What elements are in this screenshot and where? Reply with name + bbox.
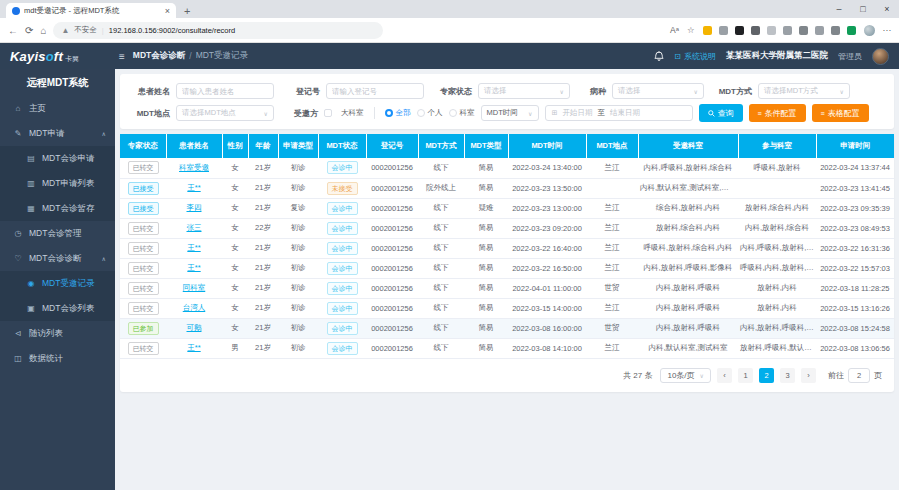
extension-refresh-icon[interactable] (799, 26, 808, 35)
extension-copy-icon[interactable] (719, 26, 728, 35)
sidebar-item[interactable]: ▣MDT会诊列表 (0, 296, 115, 321)
system-help-link[interactable]: ⊡ 系统说明 (674, 51, 716, 62)
window-close-button[interactable]: × (875, 0, 899, 18)
mdt-place-cell: 兰江 (586, 218, 638, 238)
browser-profile-avatar[interactable] (864, 25, 875, 36)
notification-bell-icon[interactable] (654, 51, 664, 62)
sidebar-item-label: 主页 (29, 103, 46, 115)
page-size-select[interactable]: 10条/页∨ (660, 368, 711, 383)
patient-name-link[interactable]: 张三 (187, 223, 202, 232)
window-minimize-button[interactable]: – (827, 0, 851, 18)
sidebar-item[interactable]: ◫数据统计 (0, 346, 115, 371)
table-row[interactable]: 已转交 同科室 女 21岁 初诊 会诊中 0002001256 线下 简易 20… (120, 278, 894, 298)
user-avatar[interactable] (872, 48, 889, 65)
sidebar-item[interactable]: ▦MDT会诊暂存 (0, 196, 115, 221)
patient-name-link[interactable]: 科室受邀 (179, 163, 209, 172)
next-page-button[interactable]: › (801, 368, 816, 383)
sidebar-item[interactable]: ▤MDT会诊申请 (0, 146, 115, 171)
disease-select[interactable]: 请选择∨ (612, 83, 704, 99)
time-type-select[interactable]: MDT时间∨ (481, 105, 539, 121)
patient-name-link[interactable]: 王** (187, 243, 200, 252)
date-range-picker[interactable]: ⊞ 开始日期 至 结束日期 (545, 105, 693, 121)
patient-name-link[interactable]: 王** (187, 263, 200, 272)
radio-personal[interactable]: 个人 (417, 108, 443, 118)
register-no-input[interactable] (326, 83, 424, 99)
table-config-button[interactable]: ≡ 表格配置 (812, 104, 869, 122)
extension-split-icon[interactable] (815, 26, 824, 35)
patient-name-link[interactable]: 王** (187, 183, 200, 192)
radio-dept[interactable]: 科室 (449, 108, 475, 118)
table-row[interactable]: 已接受 王** 女 21岁 初诊 未接受 0002001256 院外线上 简易 … (120, 178, 894, 198)
goto-page-input[interactable] (848, 368, 870, 383)
search-button[interactable]: 查询 (699, 104, 743, 122)
sidebar-item[interactable]: ◉MDT受邀记录 (0, 271, 115, 296)
extension-colored-icon[interactable] (703, 26, 712, 35)
patient-name-input[interactable] (176, 83, 274, 99)
expert-status-badge: 已转交 (128, 262, 159, 275)
page-button-2[interactable]: 2 (759, 368, 774, 383)
mdt-mode-select[interactable]: 请选择MDT方式∨ (758, 83, 850, 99)
sidebar-item[interactable]: ⌂主页 (0, 96, 115, 121)
prev-page-button[interactable]: ‹ (717, 368, 732, 383)
expert-status-select[interactable]: 请选择∨ (478, 83, 570, 99)
extension-light-icon[interactable] (767, 26, 776, 35)
mdt-place-select[interactable]: 请选择MDT地点∨ (176, 105, 274, 121)
invite-record-icon: ◉ (26, 279, 36, 288)
table-row[interactable]: 已转交 王** 女 21岁 初诊 会诊中 0002001256 线下 简易 20… (120, 238, 894, 258)
app-header: Kayisoft 卡翼 ≡ MDT会诊诊断 / MDT受邀记录 ⊡ 系统说明 某… (0, 43, 899, 69)
favorite-star-icon[interactable]: ☆ (687, 25, 695, 35)
register-no-label: 登记号 (280, 86, 320, 97)
window-maximize-button[interactable]: □ (851, 0, 875, 18)
tab-close-icon[interactable]: × (165, 6, 170, 16)
browser-menu-icon[interactable]: ⋯ (883, 25, 892, 35)
mdt-time-cell: 2022-03-23 13:50:00 (508, 178, 586, 198)
table-row[interactable]: 已转交 王** 女 21岁 初诊 会诊中 0002001256 线下 简易 20… (120, 258, 894, 278)
patient-name-link[interactable]: 王** (187, 343, 200, 352)
extension-dark-icon[interactable] (735, 26, 744, 35)
url-field[interactable]: ▲ 不安全 | 192.168.0.156:9002/consultate/re… (53, 22, 383, 39)
sidebar-item-label: 随访列表 (29, 328, 63, 340)
sidebar-item[interactable]: ♡MDT会诊诊断∧ (0, 246, 115, 271)
back-icon[interactable]: ← (8, 25, 18, 36)
table-row[interactable]: 已转交 科室受邀 女 21岁 初诊 会诊中 0002001256 线下 简易 2… (120, 158, 894, 178)
new-tab-button[interactable]: + (184, 5, 190, 18)
mdt-status-badge: 会诊中 (327, 202, 358, 215)
mdt-time-cell: 2022-03-23 13:00:00 (508, 198, 586, 218)
patient-name-link[interactable]: 同科室 (183, 283, 206, 292)
sidebar-collapse-icon[interactable]: ≡ (119, 51, 125, 62)
patient-name-link[interactable]: 李四 (187, 203, 202, 212)
table-row[interactable]: 已转交 台湾人 女 21岁 初诊 会诊中 0002001256 线下 简易 20… (120, 298, 894, 318)
table-row[interactable]: 已接受 李四 女 21岁 复诊 会诊中 0002001256 线下 疑难 202… (120, 198, 894, 218)
read-aloud-icon[interactable]: Aᵃ (670, 25, 679, 35)
register-no-cell: 0002001256 (366, 258, 418, 278)
patient-name-link[interactable]: 可鹅 (187, 323, 202, 332)
browser-tab[interactable]: mdt受邀记录 - 远程MDT系统 × (6, 3, 176, 18)
gender-cell: 女 (222, 318, 248, 338)
apply-time-cell: 2022-03-08 15:24:58 (816, 318, 894, 338)
chevron-down-icon: ∨ (528, 110, 532, 117)
page-button-1[interactable]: 1 (738, 368, 753, 383)
reload-icon[interactable]: ⟳ (25, 25, 33, 36)
table-row[interactable]: 已转交 张三 女 22岁 初诊 会诊中 0002001256 线下 简易 202… (120, 218, 894, 238)
mdt-time-cell: 2022-03-22 16:50:00 (508, 258, 586, 278)
sidebar-item[interactable]: ◷MDT会诊管理 (0, 221, 115, 246)
sidebar-item-label: 数据统计 (29, 353, 63, 365)
mdt-time-cell: 2022-03-08 14:10:00 (508, 338, 586, 358)
patient-name-link[interactable]: 台湾人 (183, 303, 206, 312)
sidebar-item[interactable]: ▥MDT申请列表 (0, 171, 115, 196)
extension-square-icon[interactable] (751, 26, 760, 35)
home-icon[interactable]: ⌂ (40, 25, 46, 36)
extension-audio-icon[interactable] (783, 26, 792, 35)
mdt-status-badge: 会诊中 (327, 242, 358, 255)
extension-green-icon[interactable] (847, 26, 856, 35)
page-button-3[interactable]: 3 (780, 368, 795, 383)
breadcrumb-parent[interactable]: MDT会诊诊断 (133, 50, 185, 62)
sidebar-item[interactable]: ✎MDT申请∧ (0, 121, 115, 146)
table-row[interactable]: 已转交 王** 男 21岁 初诊 会诊中 0002001256 线下 简易 20… (120, 338, 894, 358)
condition-config-button[interactable]: ≡ 条件配置 (749, 104, 806, 122)
sidebar-item[interactable]: ⊲随访列表 (0, 321, 115, 346)
extension-tabs-icon[interactable] (831, 26, 840, 35)
table-row[interactable]: 已参加 可鹅 女 21岁 初诊 会诊中 0002001256 线下 简易 202… (120, 318, 894, 338)
dept-checkbox[interactable] (324, 109, 332, 117)
radio-all[interactable]: 全部 (385, 108, 411, 118)
